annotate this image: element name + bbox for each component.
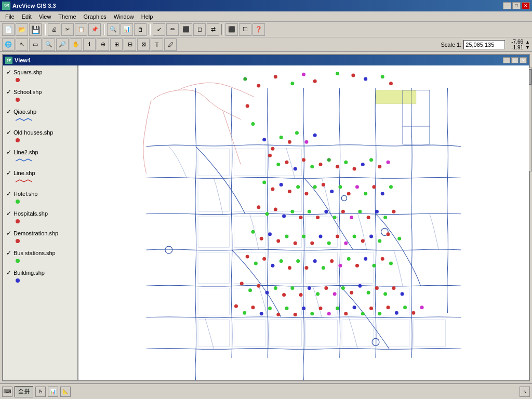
legend-item-hotel: ✓ Hotel.shp (4, 189, 76, 206)
legend-symbol-busstations (16, 258, 74, 264)
tool-btn-10[interactable]: 🗒 (134, 23, 147, 36)
status-icon-1[interactable]: ⌨ (2, 387, 12, 397)
legend-dot-hotel (16, 200, 20, 204)
tool2-btn-6[interactable]: ✋ (70, 38, 82, 51)
tool2-btn-12[interactable]: T (151, 38, 163, 51)
tool-btn-4[interactable]: 🖨 (48, 23, 60, 36)
tool2-btn-2[interactable]: ↖ (16, 38, 28, 51)
tool-btn-13[interactable]: ⬛ (180, 23, 192, 36)
legend-symbol-hotel (16, 198, 74, 205)
toolbar-secondary: 🌐 ↖ ▭ 🔍 🔎 ✋ ℹ ⊕ ⊞ ⊟ ⊠ T 🖊 Scale 1: -7.66… (0, 37, 532, 52)
tool2-btn-13[interactable]: 🖊 (164, 38, 177, 51)
tool-btn-9[interactable]: 📊 (121, 23, 133, 36)
menu-view[interactable]: View (36, 12, 55, 21)
tool2-btn-1[interactable]: 🌐 (2, 38, 15, 51)
tool-btn-12[interactable]: ✏ (166, 23, 179, 36)
coords-arrows[interactable]: ▲ ▼ (525, 39, 530, 50)
menu-theme[interactable]: Theme (55, 12, 79, 21)
toolbar-separator-2 (103, 24, 105, 35)
tool-btn-11[interactable]: ↙ (153, 23, 165, 36)
svg-rect-10 (198, 252, 230, 284)
tool-btn-7[interactable]: 📌 (88, 23, 101, 36)
legend-name-school: School.shp (14, 89, 42, 95)
status-icon-4[interactable]: 📐 (60, 387, 71, 397)
legend-dot-demostration (16, 239, 20, 243)
coordinates: -7.66-1.91 (511, 39, 523, 50)
legend-check-squars[interactable]: ✓ (6, 69, 11, 76)
status-icon-3[interactable]: 📊 (48, 387, 58, 397)
svg-rect-9 (306, 216, 338, 248)
tool2-btn-5[interactable]: 🔎 (56, 38, 69, 51)
menu-edit[interactable]: Edit (19, 12, 35, 21)
menu-window[interactable]: Window (111, 12, 137, 21)
tool2-btn-3[interactable]: ▭ (29, 38, 42, 51)
legend-check-hotel[interactable]: ✓ (6, 190, 11, 197)
legend-header-squars: ✓ Squars.shp (6, 69, 74, 76)
minimize-button[interactable]: – (503, 2, 511, 9)
map-area[interactable] (78, 65, 529, 380)
legend-check-qiao[interactable]: ✓ (6, 108, 11, 115)
legend-symbol-demostration (16, 238, 74, 244)
tool-btn-17[interactable]: ☐ (239, 23, 251, 36)
status-text-ime: 全拼 (15, 386, 33, 397)
menu-help[interactable]: Help (138, 12, 156, 21)
svg-rect-20 (378, 288, 409, 315)
view-maximize[interactable]: □ (511, 57, 518, 63)
legend-check-oldhouses[interactable]: ✓ (6, 129, 11, 136)
legend-check-school[interactable]: ✓ (6, 88, 11, 96)
svg-rect-5 (270, 180, 302, 212)
tool2-btn-10[interactable]: ⊟ (124, 38, 136, 51)
menu-file[interactable]: File (2, 12, 18, 21)
legend-check-line2[interactable]: ✓ (6, 149, 11, 156)
tool2-btn-8[interactable]: ⊕ (97, 38, 109, 51)
legend-check-line[interactable]: ✓ (6, 169, 11, 177)
app-title: ArcView GIS 3.3 (12, 3, 56, 9)
legend-header-line: ✓ Line.shp (6, 169, 74, 177)
tool2-btn-11[interactable]: ⊠ (137, 38, 150, 51)
legend-name-hotel: Hotel.shp (14, 191, 37, 197)
tool-btn-14[interactable]: ◻ (193, 23, 206, 36)
status-icon-2[interactable]: 🖱 (35, 387, 46, 397)
tool-btn-5[interactable]: ✂ (61, 23, 74, 36)
legend-item-busstations: ✓ Bus stations.shp (4, 248, 76, 265)
svg-rect-0 (198, 149, 230, 176)
legend-check-busstations[interactable]: ✓ (6, 249, 11, 257)
circle-node-3 (341, 195, 347, 201)
save-button[interactable]: 💾 (29, 23, 42, 36)
tool2-btn-9[interactable]: ⊞ (110, 38, 123, 51)
tool-btn-6[interactable]: 📋 (75, 23, 87, 36)
close-button[interactable]: ✕ (522, 2, 530, 9)
svg-rect-4 (270, 149, 302, 176)
legend-dot-busstations (16, 259, 20, 263)
window-controls[interactable]: – □ ✕ (503, 2, 530, 9)
svg-rect-7 (234, 216, 265, 248)
legend-check-hospitals[interactable]: ✓ (6, 210, 11, 217)
open-button[interactable]: 📂 (16, 23, 28, 36)
app-icon: 🗺 (2, 2, 10, 10)
legend-panel: ✓ Squars.shp ✓ School.shp (3, 65, 78, 380)
legend-check-demostration[interactable]: ✓ (6, 230, 11, 237)
view-window-controls[interactable]: – □ ✕ (503, 57, 527, 63)
view-minimize[interactable]: – (503, 57, 510, 63)
legend-item-qiao: ✓ Qiao.shp (4, 107, 76, 125)
title-bar-left: 🗺 ArcView GIS 3.3 (2, 2, 56, 10)
maximize-button[interactable]: □ (512, 2, 521, 9)
view-close[interactable]: ✕ (520, 57, 527, 63)
status-right: ↘ (520, 387, 530, 397)
legend-symbol-hospitals (16, 218, 74, 224)
tool2-btn-4[interactable]: 🔍 (43, 38, 55, 51)
svg-rect-21 (198, 320, 230, 347)
tool-btn-16[interactable]: ⬛ (225, 23, 238, 36)
view-title-left: 🗺 View4 (5, 57, 31, 64)
scale-input[interactable] (463, 40, 505, 49)
tool2-btn-7[interactable]: ℹ (83, 38, 96, 51)
legend-check-building[interactable]: ✓ (6, 269, 11, 276)
tool-btn-15[interactable]: ⇄ (207, 23, 219, 36)
tool-btn-8[interactable]: 🔍 (107, 23, 119, 36)
new-button[interactable]: 📄 (2, 23, 15, 36)
menu-graphics[interactable]: Graphics (81, 12, 110, 21)
tool-btn-18[interactable]: ❓ (252, 23, 265, 36)
legend-scroll: ✓ Squars.shp ✓ School.shp (4, 68, 76, 285)
toolbar-main: 📄 📂 💾 🖨 ✂ 📋 📌 🔍 📊 🗒 ↙ ✏ ⬛ ◻ ⇄ ⬛ ☐ ❓ (0, 22, 532, 37)
legend-header-line2: ✓ Line2.shp (6, 149, 74, 156)
